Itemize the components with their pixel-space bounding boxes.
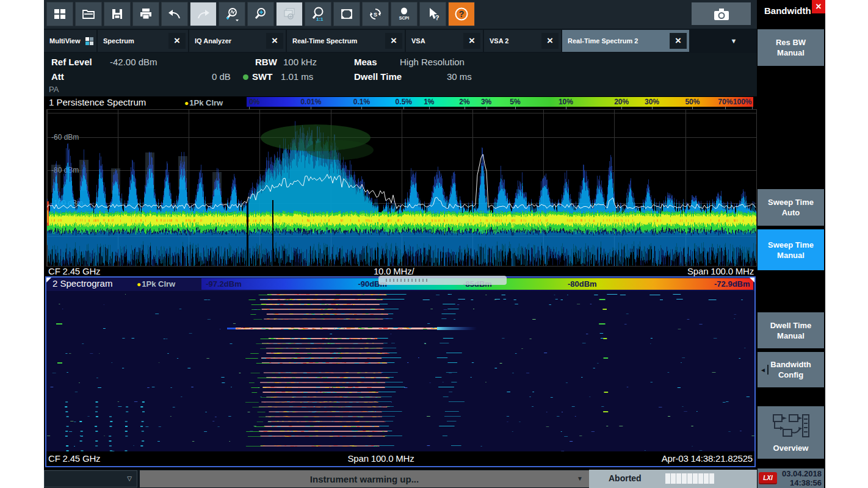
- softkey-res-bw-manual[interactable]: Res BWManual: [758, 29, 824, 66]
- svg-text:S: S: [374, 12, 377, 18]
- tab-iq-analyzer[interactable]: IQ Analyzer ×: [189, 30, 286, 52]
- scale-label: 30%: [645, 98, 659, 106]
- pa-indicator: PA: [49, 85, 59, 94]
- persistence-color-scale: 0%0.01%0.1%0.5%1%2%3%5%10%20%30%50%70%10…: [247, 97, 753, 107]
- close-icon[interactable]: ×: [670, 33, 687, 49]
- tab-label: MultiView: [44, 37, 81, 45]
- tab-vsa-2[interactable]: VSA 2 ×: [484, 30, 561, 52]
- channel-tab-bar: MultiView Spectrum × IQ Analyzer × Real-…: [44, 29, 757, 53]
- svg-text:1:1: 1:1: [316, 16, 324, 21]
- tab-overflow-caret[interactable]: ▼: [717, 30, 751, 52]
- overview-flowchart-icon: [772, 412, 810, 442]
- ref-level-value[interactable]: -42.00 dBm: [110, 57, 157, 67]
- scale-label: -72.9dBm: [714, 279, 750, 289]
- close-icon[interactable]: ×: [385, 33, 402, 49]
- analyzer-app: 1:1 S SCPI ? ? MultiView Spectrum ×: [44, 0, 825, 488]
- scale-label: 0.01%: [300, 98, 321, 106]
- scale-label: 5%: [510, 98, 520, 106]
- window1-title: 1 Persistence Spectrum: [49, 97, 146, 107]
- trace-dot-icon: ●: [184, 99, 189, 107]
- status-message-text: Instrument warming up...: [310, 474, 419, 484]
- status-dropdown[interactable]: ▽: [44, 470, 137, 487]
- status-message[interactable]: Instrument warming up... ▼: [140, 470, 589, 487]
- tab-real-time-spectrum-2[interactable]: Real-Time Spectrum 2 ×: [562, 30, 689, 52]
- close-icon[interactable]: ×: [168, 33, 186, 49]
- save-icon[interactable]: [104, 2, 131, 26]
- date-time-block: LXI 03.04.2018 14:38:56: [758, 468, 824, 488]
- tab-label: Spectrum: [98, 37, 134, 45]
- scpi-remote-icon[interactable]: SCPI: [391, 2, 418, 26]
- toolbar: 1:1 S SCPI ? ?: [44, 0, 757, 29]
- center-frequency[interactable]: CF 2.45 GHz: [46, 266, 100, 276]
- rbw-label: RBW: [255, 57, 277, 67]
- multiview-grid-icon: [85, 37, 93, 45]
- spectrogram-window: 2 Spectrogram ●1Pk Clrw -97.2dBm-90dBm-8…: [45, 276, 756, 467]
- sweep-status-area: Aborted: [589, 470, 757, 488]
- print-icon[interactable]: [132, 2, 159, 26]
- softkey-overview[interactable]: Overview: [758, 406, 824, 459]
- camera-button[interactable]: [692, 2, 751, 25]
- tab-spectrum[interactable]: Spectrum ×: [98, 30, 188, 52]
- tab-vsa[interactable]: VSA ×: [406, 30, 483, 52]
- zoom-trace-icon[interactable]: [219, 2, 245, 26]
- undo-icon[interactable]: [161, 2, 188, 26]
- scale-label: 100%: [733, 98, 752, 106]
- frame-display-icon[interactable]: [333, 2, 360, 26]
- close-icon[interactable]: ×: [541, 33, 559, 49]
- swt-value[interactable]: 1.01 ms: [281, 71, 313, 82]
- rbw-value[interactable]: 100 kHz: [283, 57, 317, 67]
- softkey-sweep-time-auto[interactable]: Sweep TimeAuto: [758, 189, 824, 226]
- dwell-time-label: Dwell Time: [354, 71, 402, 82]
- window1-titlebar[interactable]: 1 Persistence Spectrum ●1Pk Clrw 0%0.01%…: [45, 96, 756, 109]
- submenu-arrow-icon: ◄: [760, 365, 769, 375]
- trace-legend[interactable]: ●1Pk Clrw: [184, 98, 223, 107]
- att-value[interactable]: 0 dB: [212, 71, 231, 82]
- pointer-help-icon[interactable]: ?: [419, 2, 446, 26]
- tab-label: VSA 2: [484, 37, 508, 45]
- open-file-icon[interactable]: [75, 2, 102, 26]
- att-label: Att: [51, 71, 64, 82]
- layered-zoom-icon: [276, 2, 303, 26]
- window1-footer: CF 2.45 GHz 10.0 MHz/ Span 100.0 MHz: [46, 266, 756, 276]
- span[interactable]: Span 100.0 MHz: [348, 453, 414, 466]
- close-icon[interactable]: ×: [266, 33, 283, 49]
- persistence-spectrum-canvas: [47, 110, 756, 266]
- per-division[interactable]: 10.0 MHz/: [374, 266, 414, 276]
- tab-multiview[interactable]: MultiView: [44, 30, 96, 52]
- settings-bar: Ref Level -42.00 dBm RBW 100 kHz Meas Hi…: [44, 53, 757, 96]
- softkey-dwell-time-manual[interactable]: Dwell TimeManual: [758, 312, 824, 348]
- window-splitter-handle[interactable]: [378, 276, 507, 285]
- scale-label: 0%: [249, 98, 259, 106]
- chevron-down-icon: ▼: [577, 475, 583, 482]
- tab-label: VSA: [406, 37, 425, 45]
- window2-footer: CF 2.45 GHz Span 100.0 MHz Apr-03 14:38:…: [46, 452, 754, 466]
- span[interactable]: Span 100.0 MHz: [687, 266, 756, 276]
- windows-logo-icon[interactable]: [46, 2, 73, 26]
- redo-icon: [190, 2, 217, 26]
- tab-label: Real-Time Spectrum: [287, 37, 357, 45]
- meas-value[interactable]: High Resolution: [400, 57, 465, 67]
- zoom-selection-icon[interactable]: [247, 2, 274, 26]
- trace-dot-icon: ●: [137, 280, 141, 289]
- dwell-time-value[interactable]: 30 ms: [447, 71, 472, 82]
- close-icon[interactable]: ×: [463, 33, 480, 49]
- tab-real-time-spectrum[interactable]: Real-Time Spectrum ×: [287, 30, 405, 52]
- scale-label: -80dBm: [568, 279, 597, 289]
- close-icon[interactable]: ×: [812, 0, 825, 13]
- softkey-bandwidth-config[interactable]: ◄ BandwidthConfig: [758, 352, 824, 387]
- swt-label: SWT: [252, 71, 272, 82]
- timestamp: Apr-03 14:38:21.82525: [662, 453, 754, 466]
- trace-legend[interactable]: ●1Pk Clrw: [137, 279, 175, 289]
- sync-sweep-icon[interactable]: S: [362, 2, 389, 26]
- help-icon[interactable]: ?: [448, 2, 475, 26]
- scale-label: 50%: [685, 98, 700, 106]
- spectrogram-plot-area: [46, 291, 754, 451]
- spectrogram-canvas: [46, 291, 754, 451]
- scale-label: -97.2dBm: [206, 279, 242, 289]
- zoom-1to1-icon[interactable]: 1:1: [305, 2, 331, 26]
- softkey-panel: Bandwidth × Res BWManual Sweep TimeAuto …: [757, 0, 825, 488]
- chevron-down-icon: ▽: [127, 475, 132, 482]
- persistence-spectrum-window: 1 Persistence Spectrum ●1Pk Clrw 0%0.01%…: [45, 96, 756, 276]
- center-frequency[interactable]: CF 2.45 GHz: [46, 453, 100, 466]
- softkey-sweep-time-manual[interactable]: Sweep TimeManual: [758, 229, 824, 270]
